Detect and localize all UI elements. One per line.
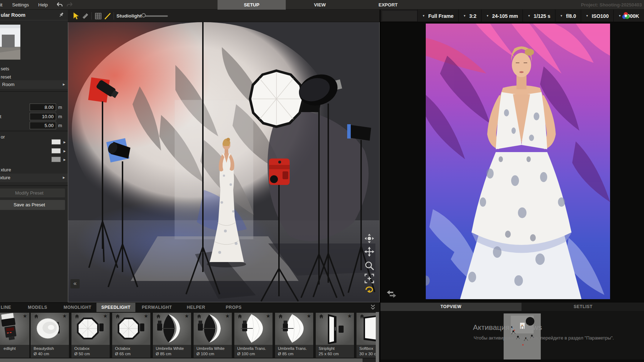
studiolight-slider-track[interactable] <box>144 15 168 17</box>
library-card-umbrella-trans-[interactable]: ★Umbrella Trans.Ø 85 cm <box>275 313 313 358</box>
library-tab-models[interactable]: MODELS <box>28 303 47 312</box>
draw-tool-icon[interactable] <box>104 12 112 20</box>
swap-views-icon[interactable] <box>387 290 396 298</box>
color-histogram-icon[interactable] <box>622 12 630 20</box>
camera-setting-24-105-mm[interactable]: ▼24-105 mm <box>481 10 523 22</box>
star-icon[interactable]: ★ <box>347 313 352 319</box>
library-card-octabox[interactable]: ★OctaboxØ 65 cm <box>112 313 150 358</box>
modify-preset-button[interactable]: Modify Preset <box>0 188 65 197</box>
camera-setting-3-2[interactable]: ▼3:2 <box>458 10 481 22</box>
camera-setting-1-125-s[interactable]: ▼1/125 s <box>523 10 555 22</box>
collapse-library-icon[interactable] <box>370 304 376 311</box>
tab-topview[interactable]: TOPVIEW <box>380 303 521 311</box>
room-color-swatch[interactable] <box>51 148 61 154</box>
library-tab-monolight[interactable]: MONOLIGHT <box>64 303 91 312</box>
top-menubar: dit Settings Help SETUP VIEW EXPORT Proj… <box>0 0 644 10</box>
library-tab-props[interactable]: PROPS <box>226 303 242 312</box>
divider <box>0 185 68 186</box>
studiolight-slider-knob[interactable] <box>141 13 146 17</box>
star-icon[interactable]: ★ <box>103 313 108 319</box>
star-icon[interactable]: ★ <box>306 313 311 319</box>
library-card-umbrella-white[interactable]: ★Umbrella WhiteØ 100 cm <box>194 313 232 358</box>
chevron-down-icon: ▼ <box>528 14 530 17</box>
room-preset-select[interactable]: Room ▶ <box>0 80 68 89</box>
room-color-swatch[interactable] <box>51 139 61 145</box>
library-card-edlight[interactable]: ★edlight <box>0 313 29 358</box>
fit-view-icon[interactable] <box>364 273 374 283</box>
library-card-umbrella-white[interactable]: ★Umbrella WhiteØ 85 cm <box>153 313 191 358</box>
select-tool-icon[interactable] <box>72 12 80 20</box>
texture-label: xture <box>1 167 11 172</box>
camera-setting-full-frame[interactable]: ▼Full Frame <box>417 10 458 22</box>
rendered-photo-graphic <box>426 24 610 299</box>
star-icon[interactable]: ★ <box>184 313 189 319</box>
room-dimension-input[interactable]: 10.00 <box>30 113 56 120</box>
modifier-thumbnail: ★ <box>316 313 354 345</box>
chevron-right-icon: ▶ <box>63 80 65 89</box>
library-card-softbox[interactable]: ★Softbox30 x 30 cm <box>356 313 376 358</box>
studio-scene-canvas[interactable]: « <box>68 22 380 302</box>
tab-export[interactable]: EXPORT <box>354 0 422 10</box>
room-preset-thumbnail[interactable] <box>0 25 20 60</box>
tab-setlist[interactable]: SETLIST <box>521 303 644 311</box>
menu-edit[interactable]: dit <box>0 0 6 10</box>
star-icon[interactable]: ★ <box>144 313 148 319</box>
library-card-beautydish[interactable]: ★BeautydishØ 40 cm <box>31 313 69 358</box>
scrollbar-thumb[interactable] <box>0 358 363 362</box>
unit-label: m <box>58 114 62 119</box>
modifier-name: edlight <box>0 346 26 351</box>
tab-setup[interactable]: SETUP <box>218 0 286 10</box>
chevron-right-icon: ▶ <box>64 148 66 154</box>
camera-setting-f-8-0[interactable]: ▼f/8.0 <box>555 10 581 22</box>
star-icon[interactable]: ★ <box>62 313 67 319</box>
room-dimension-row: 5.00m <box>0 122 68 130</box>
windows-activation-subtitle: Чтобы активировать Windows, перейдите в … <box>474 335 614 341</box>
chevron-down-icon: ▼ <box>486 14 489 17</box>
viewport-toolbar: Studiolight <box>68 10 380 22</box>
grid-tool-icon[interactable] <box>94 12 102 20</box>
library-card-umbrella-trans-[interactable]: ★Umbrella Trans.Ø 100 cm <box>234 313 273 358</box>
room-dimension-input[interactable]: 5.00 <box>30 122 56 129</box>
chevron-down-icon: ▼ <box>586 14 589 17</box>
collapse-panel-button[interactable]: « <box>70 279 80 288</box>
modifier-thumbnail: ★ <box>275 313 313 345</box>
texture-select[interactable]: xture ▶ <box>0 174 68 182</box>
camera-render-preview[interactable] <box>426 24 610 299</box>
modifier-thumbnail: ★ <box>234 313 273 345</box>
modifier-name: Octabox <box>115 346 148 351</box>
room-color-row: ▶ <box>0 148 68 154</box>
library-vertical-scrollbar[interactable] <box>376 312 379 362</box>
save-as-preset-button[interactable]: Save as Preset <box>0 200 65 210</box>
pan-view-icon[interactable] <box>364 247 374 257</box>
room-settings-panel: ular Room sets reset Room ▶ t 8.00m10.00… <box>0 10 68 302</box>
panel-title: ular Room <box>1 10 25 20</box>
redo-icon[interactable] <box>66 2 74 7</box>
modifier-size: 30 x 30 cm <box>359 351 376 357</box>
library-card-octabox[interactable]: ★OctaboxØ 50 cm <box>71 313 110 358</box>
library-tab-speedlight[interactable]: SPEEDLIGHT <box>96 303 135 312</box>
star-icon[interactable]: ★ <box>266 313 270 319</box>
zoom-icon[interactable] <box>364 261 374 271</box>
room-color-swatch[interactable] <box>51 157 61 162</box>
library-card-striplight[interactable]: ★Striplight25 x 60 cm <box>316 313 354 358</box>
menu-settings[interactable]: Settings <box>12 0 29 10</box>
undo-icon[interactable] <box>56 2 63 7</box>
star-icon[interactable]: ★ <box>225 313 230 319</box>
camera-setting-iso100[interactable]: ▼ISO100 <box>581 10 613 22</box>
menu-help[interactable]: Help <box>38 0 48 10</box>
chevron-down-icon: ▼ <box>560 14 563 17</box>
pin-icon[interactable] <box>59 12 64 17</box>
studio-3d-viewport: Studiolight <box>68 10 380 302</box>
room-dimension-input[interactable]: 8.00 <box>30 104 56 111</box>
measure-tool-icon[interactable] <box>81 12 89 20</box>
orbit-view-icon[interactable] <box>364 233 374 243</box>
library-horizontal-scrollbar[interactable] <box>0 358 376 362</box>
library-tab-line[interactable]: LINE <box>1 303 11 312</box>
library-tabs-bar: LINEMODELSMONOLIGHTSPEEDLIGHTPERMALIGHTH… <box>0 302 380 312</box>
library-tab-permalight[interactable]: PERMALIGHT <box>142 303 172 312</box>
tab-view[interactable]: VIEW <box>286 0 354 10</box>
star-icon[interactable]: ★ <box>23 313 27 319</box>
rotate-view-icon[interactable] <box>364 285 374 293</box>
library-tab-helper[interactable]: HELPER <box>187 303 205 312</box>
divider <box>0 91 68 92</box>
